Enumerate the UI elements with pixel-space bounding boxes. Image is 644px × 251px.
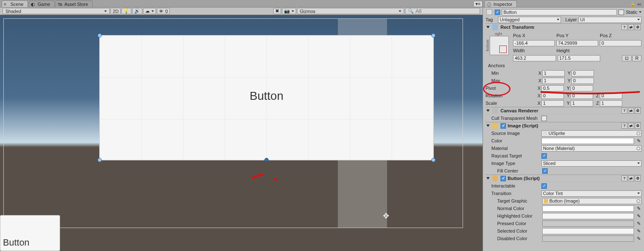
blueprint-button[interactable]: ⊡ — [622, 55, 631, 61]
image-type-dropdown[interactable]: Sliced — [541, 160, 641, 167]
anchor-preset-button[interactable] — [490, 36, 509, 55]
eyedropper-icon[interactable]: ✎ — [636, 221, 641, 226]
resize-handle-bl[interactable] — [98, 158, 102, 162]
static-checkbox[interactable] — [619, 10, 624, 15]
pivot-y-input[interactable]: 0 — [571, 85, 593, 91]
eyedropper-icon[interactable]: ✎ — [636, 228, 641, 234]
lock-icon[interactable]: 🔒 — [630, 1, 636, 7]
scene-toolbar: Shaded 2D 💡 🔊 ☁ 👁0 ✖ 📷 Gizmos 🔍 — [0, 8, 483, 15]
disabled-color-field[interactable] — [542, 236, 634, 242]
toggle-2d[interactable]: 2D — [111, 8, 121, 14]
gear-icon[interactable]: ⚙ — [635, 108, 641, 114]
docs-icon[interactable]: ? — [621, 108, 627, 114]
canvas-renderer-header[interactable]: Canvas Renderer?⇄⚙ — [486, 107, 641, 114]
preset-icon[interactable]: ⇄ — [628, 24, 634, 30]
object-picker-icon[interactable] — [636, 147, 640, 150]
source-image-field[interactable]: UISprite — [541, 130, 641, 137]
fx-dropdown[interactable]: ☁ — [143, 8, 156, 14]
preset-icon[interactable]: ⇄ — [628, 175, 634, 181]
scene-viewport[interactable]: Button ✥ Button — [0, 15, 483, 251]
search-input[interactable]: 🔍 — [405, 8, 480, 14]
min-y-input[interactable]: 0 — [571, 70, 594, 76]
gear-icon[interactable]: ⚙ — [635, 175, 641, 181]
tab-inspector[interactable]: ⓘInspector — [485, 0, 517, 7]
anchor-gizmo-icon[interactable]: ✥ — [383, 211, 389, 221]
layer-label: Layer — [563, 17, 577, 22]
selected-color-field[interactable] — [542, 228, 634, 234]
raw-edit-button[interactable]: R — [632, 55, 641, 61]
button-text: Button — [250, 89, 284, 103]
max-x-input[interactable]: 1 — [542, 78, 565, 84]
image-header[interactable]: Image (Script)?⇄⚙ — [486, 122, 641, 129]
static-dropdown-icon[interactable] — [639, 11, 641, 13]
interactable-checkbox[interactable] — [541, 183, 547, 189]
tab-game[interactable]: ◐Game — [29, 0, 55, 7]
object-picker-icon[interactable] — [636, 199, 640, 203]
cull-checkbox[interactable] — [541, 116, 547, 121]
shading-dropdown[interactable]: Shaded — [3, 8, 110, 14]
gear-icon[interactable]: ⚙ — [635, 24, 641, 30]
eyedropper-icon[interactable]: ✎ — [636, 138, 641, 144]
eyedropper-icon[interactable]: ✎ — [636, 213, 641, 219]
scale-y-input[interactable]: 1 — [571, 100, 593, 106]
resize-handle-br[interactable] — [431, 158, 435, 162]
tag-dropdown[interactable]: Untagged — [498, 17, 561, 23]
scale-z-input[interactable]: 1 — [600, 100, 622, 106]
transition-dropdown[interactable]: Color Tint — [541, 190, 641, 197]
shading-value: Shaded — [5, 9, 21, 14]
fill-center-checkbox[interactable] — [542, 168, 548, 174]
height-input[interactable]: 171.5 — [558, 55, 601, 61]
rect-transform-header[interactable]: Rect Transform ?⇄⚙ — [486, 23, 641, 31]
width-input[interactable]: 463.2 — [513, 55, 556, 61]
rot-z-input[interactable]: 0 — [600, 93, 622, 99]
material-field[interactable]: None (Material) — [541, 145, 641, 152]
docs-icon[interactable]: ? — [621, 175, 627, 181]
search-field[interactable] — [415, 8, 477, 14]
tab-options-icon[interactable]: ▾≡ — [473, 1, 483, 7]
normal-color-field[interactable] — [542, 205, 634, 212]
posy-input[interactable]: 74.29999 — [556, 40, 598, 46]
tab-menu-icon[interactable]: ▾≡ — [636, 1, 642, 7]
active-checkbox[interactable] — [495, 10, 500, 15]
camera-dropdown[interactable]: 📷 — [282, 8, 296, 14]
image-enabled-checkbox[interactable] — [501, 123, 506, 129]
max-y-input[interactable]: 0 — [571, 78, 594, 84]
hidden-count[interactable]: 👁0 — [157, 8, 170, 14]
object-picker-icon[interactable] — [636, 132, 640, 135]
rot-y-input[interactable]: 0 — [571, 93, 593, 99]
color-field[interactable] — [541, 138, 634, 144]
gear-icon[interactable]: ⚙ — [635, 123, 641, 129]
tool-icon[interactable]: ✖ — [273, 8, 281, 14]
docs-icon[interactable]: ? — [621, 123, 627, 129]
pivot-x-input[interactable]: 0.5 — [541, 85, 564, 91]
transition-label: Transition — [491, 191, 540, 196]
scale-x-input[interactable]: 1 — [541, 100, 564, 106]
tab-scene[interactable]: ⌗Scene — [2, 0, 28, 7]
pressed-color-field[interactable] — [542, 221, 634, 227]
gizmos-dropdown[interactable]: Gizmos — [297, 8, 404, 14]
lighting-icon[interactable]: 💡 — [121, 8, 131, 14]
posx-input[interactable]: -166.4 — [513, 40, 555, 46]
resize-handle-tr[interactable] — [431, 33, 435, 38]
highlighted-color-field[interactable] — [542, 213, 634, 219]
canvas-renderer-title: Canvas Renderer — [501, 108, 538, 113]
resize-handle-tl[interactable] — [98, 33, 102, 38]
min-x-input[interactable]: 1 — [542, 70, 565, 76]
preset-icon[interactable]: ⇄ — [628, 108, 634, 114]
audio-icon[interactable]: 🔊 — [132, 8, 142, 14]
raycast-checkbox[interactable] — [541, 153, 547, 159]
target-graphic-field[interactable]: Button (Image) — [542, 198, 641, 204]
eyedropper-icon[interactable]: ✎ — [636, 206, 641, 211]
docs-icon[interactable]: ? — [621, 24, 627, 30]
rot-x-input[interactable]: 0 — [541, 93, 564, 99]
tab-asset-store[interactable]: 🛍Asset Store — [55, 0, 93, 7]
button-header[interactable]: Button (Script)?⇄⚙ — [486, 175, 641, 182]
layer-dropdown[interactable]: UI — [579, 17, 641, 23]
preset-icon[interactable]: ⇄ — [628, 123, 634, 129]
posx-label: Pos X — [513, 33, 555, 38]
gameobject-name-input[interactable]: Button — [502, 9, 617, 15]
gameobject-icon[interactable] — [486, 9, 492, 15]
button-enabled-checkbox[interactable] — [501, 176, 506, 181]
posz-input[interactable]: 0 — [600, 40, 641, 46]
eyedropper-icon[interactable]: ✎ — [636, 236, 641, 241]
